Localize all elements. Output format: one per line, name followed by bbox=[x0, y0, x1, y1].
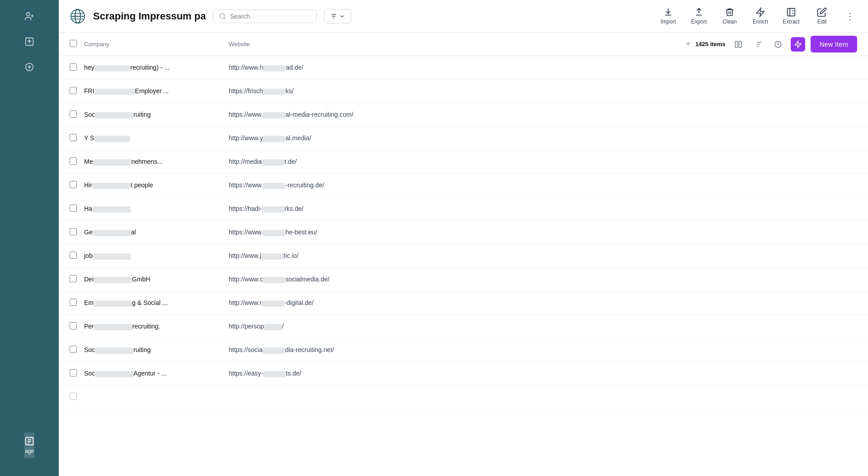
company-cell: SocAgentur - ... bbox=[84, 370, 229, 377]
row-checkbox-cell[interactable] bbox=[70, 110, 84, 119]
clean-label: Clean bbox=[722, 19, 736, 25]
row-checkbox[interactable] bbox=[70, 369, 77, 376]
table-row: Y S http://www.yal.media/ bbox=[59, 127, 868, 150]
more-button[interactable]: ⋮ bbox=[843, 9, 857, 24]
svg-rect-9 bbox=[739, 41, 741, 48]
row-checkbox-cell[interactable] bbox=[70, 63, 84, 72]
company-cell: DeiGmbH bbox=[84, 276, 229, 283]
edit-action[interactable]: Edit bbox=[812, 7, 832, 25]
new-item-button[interactable]: New Item bbox=[811, 36, 857, 52]
svg-rect-7 bbox=[788, 9, 795, 16]
columns-icon bbox=[734, 40, 742, 48]
app-logo bbox=[70, 8, 86, 24]
page-title: Scraping Impressum pa bbox=[93, 10, 206, 22]
company-cell: job bbox=[84, 252, 229, 259]
sort-icon bbox=[754, 40, 762, 48]
row-checkbox-cell[interactable] bbox=[70, 87, 84, 96]
row-checkbox[interactable] bbox=[70, 110, 77, 118]
filter-icon bbox=[330, 13, 337, 20]
add-column-button[interactable]: + bbox=[681, 39, 695, 49]
website-cell: http://www.r-digital.de/ bbox=[229, 299, 857, 306]
row-checkbox-cell[interactable] bbox=[70, 252, 84, 261]
website-cell: http://persop/ bbox=[229, 323, 857, 330]
website-cell: https://www.-recruiting.de/ bbox=[229, 181, 857, 189]
header-checkbox-cell[interactable] bbox=[70, 40, 84, 49]
select-all-checkbox[interactable] bbox=[70, 40, 77, 47]
row-checkbox[interactable] bbox=[70, 299, 77, 306]
row-checkbox[interactable] bbox=[70, 322, 77, 329]
website-cell: http://www.csocialmedia.de/ bbox=[229, 276, 857, 283]
import-icon bbox=[663, 7, 673, 17]
table-row bbox=[59, 386, 868, 409]
history-button[interactable] bbox=[771, 37, 785, 52]
table-row: Ha https://hadi-rks.de/ bbox=[59, 197, 868, 221]
website-cell: http://www.had.de/ bbox=[229, 64, 857, 71]
sidebar-item-page[interactable]: age bbox=[24, 433, 34, 458]
row-checkbox[interactable] bbox=[70, 275, 77, 282]
sort-button[interactable] bbox=[751, 37, 765, 52]
sidebar-item-upload[interactable] bbox=[20, 33, 38, 51]
table-header: Company Website + 1425 items bbox=[59, 33, 868, 56]
table-row: Menehmens... http://mediat.de/ bbox=[59, 150, 868, 174]
row-checkbox-cell[interactable] bbox=[70, 393, 84, 402]
row-checkbox[interactable] bbox=[70, 181, 77, 188]
row-checkbox-cell[interactable] bbox=[70, 346, 84, 355]
row-checkbox-cell[interactable] bbox=[70, 181, 84, 190]
row-checkbox[interactable] bbox=[70, 63, 77, 71]
export-action[interactable]: Export bbox=[689, 7, 709, 25]
table-body: heyrecruiting) - ... http://www.had.de/ … bbox=[59, 56, 868, 476]
row-checkbox[interactable] bbox=[70, 252, 77, 259]
company-cell: Menehmens... bbox=[84, 158, 229, 165]
column-website: Website bbox=[229, 41, 681, 48]
purple-action-button[interactable] bbox=[791, 37, 805, 52]
website-cell: https://hadi-rks.de/ bbox=[229, 205, 857, 212]
clean-icon bbox=[725, 7, 735, 17]
website-cell: https://sociadia-recruiting.net/ bbox=[229, 346, 857, 353]
row-checkbox[interactable] bbox=[70, 134, 77, 141]
company-cell: Socruiting bbox=[84, 346, 229, 353]
company-cell: Hirt people bbox=[84, 181, 229, 189]
sidebar-item-add[interactable] bbox=[20, 58, 38, 76]
table-row: Socruiting https://sociadia-recruiting.n… bbox=[59, 338, 868, 362]
website-cell: https://frischks/ bbox=[229, 87, 857, 95]
sidebar: age bbox=[0, 0, 59, 476]
sidebar-item-users[interactable] bbox=[20, 7, 38, 25]
enrich-action[interactable]: Enrich bbox=[750, 7, 770, 25]
row-checkbox-cell[interactable] bbox=[70, 275, 84, 284]
clean-action[interactable]: Clean bbox=[720, 7, 740, 25]
row-checkbox[interactable] bbox=[70, 346, 77, 353]
extract-action[interactable]: Extract bbox=[781, 7, 801, 25]
row-checkbox[interactable] bbox=[70, 157, 77, 165]
row-checkbox-cell[interactable] bbox=[70, 369, 84, 378]
lightning-icon bbox=[794, 40, 802, 48]
import-action[interactable]: Import bbox=[658, 7, 678, 25]
row-checkbox[interactable] bbox=[70, 393, 77, 400]
main-area: Scraping Impressum pa Import bbox=[59, 0, 868, 476]
export-icon bbox=[694, 7, 704, 17]
row-checkbox[interactable] bbox=[70, 87, 77, 94]
search-icon bbox=[219, 13, 226, 20]
row-checkbox-cell[interactable] bbox=[70, 157, 84, 167]
item-count: 1425 items bbox=[695, 41, 726, 48]
edit-icon bbox=[817, 7, 827, 17]
website-cell: http://www.yal.media/ bbox=[229, 134, 857, 142]
website-cell: https://www.he-best.eu/ bbox=[229, 228, 857, 236]
row-checkbox[interactable] bbox=[70, 205, 77, 212]
company-cell: Socruiting bbox=[84, 111, 229, 118]
filter-button[interactable] bbox=[324, 9, 351, 24]
row-checkbox-cell[interactable] bbox=[70, 228, 84, 237]
row-checkbox-cell[interactable] bbox=[70, 134, 84, 143]
row-checkbox-cell[interactable] bbox=[70, 322, 84, 331]
svg-point-0 bbox=[27, 13, 30, 16]
row-checkbox-cell[interactable] bbox=[70, 205, 84, 214]
column-layout-button[interactable] bbox=[731, 37, 745, 52]
header: Scraping Impressum pa Import bbox=[59, 0, 868, 33]
table-row: Perrecruiting. http://persop/ bbox=[59, 315, 868, 338]
row-checkbox[interactable] bbox=[70, 228, 77, 235]
website-cell: https://www.al-media-recruiting.com/ bbox=[229, 111, 857, 118]
company-cell: Y S bbox=[84, 134, 229, 142]
extract-icon bbox=[786, 7, 796, 17]
company-cell: Emg & Social ... bbox=[84, 299, 229, 306]
row-checkbox-cell[interactable] bbox=[70, 299, 84, 308]
search-input[interactable] bbox=[230, 13, 311, 20]
